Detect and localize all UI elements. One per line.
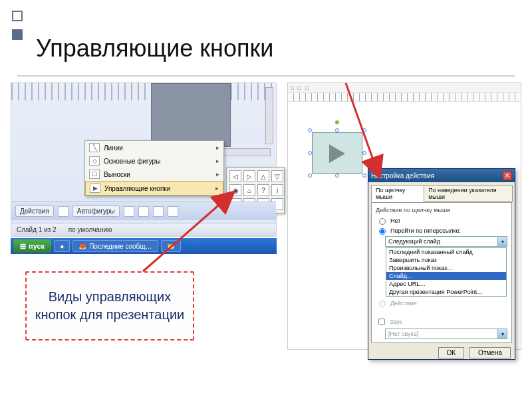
resize-handle[interactable] (335, 174, 339, 178)
app-icon: ● (60, 243, 64, 250)
autoshapes-menu-button[interactable]: Автофигуры (72, 205, 120, 217)
callouts-icon: ☐ (89, 170, 100, 179)
resize-handle[interactable] (362, 174, 366, 178)
status-bar: Слайд 1 из 2 по умолчанию (11, 223, 276, 236)
action-btn-cell[interactable]: ▽ (271, 170, 283, 182)
scrollbar-vertical[interactable] (265, 87, 273, 144)
radio-action: Действие: (376, 299, 507, 307)
screenshot-left: ╲ Линии ▸ ◇ Основные фигуры ▸ ☐ Выноски … (11, 82, 277, 237)
chevron-right-icon: ▸ (216, 171, 219, 178)
resize-handle[interactable] (308, 174, 312, 178)
dropdown-value: Следующий слайд (388, 238, 440, 245)
folder-icon: 📁 (167, 243, 175, 250)
dropdown-toggle-icon[interactable]: ▾ (497, 237, 507, 246)
chevron-right-icon: ▸ (215, 185, 219, 192)
menu-item-basic-shapes[interactable]: ◇ Основные фигуры ▸ (85, 154, 223, 168)
menu-item-label: Управляющие кнопки (104, 185, 170, 192)
rotate-handle[interactable] (335, 120, 339, 124)
play-icon (329, 144, 345, 163)
line-tool-icon[interactable] (124, 206, 134, 217)
lines-icon: ╲ (89, 143, 100, 152)
firefox-icon: 🦊 (78, 243, 86, 250)
bullet-square (12, 11, 23, 21)
dialog-body: Действие по щелчку мыши Нет Перейти по г… (371, 202, 512, 343)
radio-input[interactable] (379, 228, 386, 235)
callout-text: Виды управляющих кнопок для презентации (32, 288, 188, 324)
dropdown-option[interactable]: Другая презентация PowerPoint… (386, 288, 506, 296)
resize-handle[interactable] (308, 151, 312, 155)
radio-none[interactable]: Нет (376, 216, 507, 225)
checkbox-input[interactable] (378, 319, 385, 325)
chevron-right-icon: ▸ (216, 144, 219, 151)
action-settings-dialog: Настройка действия ✕ По щелчку мыши По н… (368, 168, 515, 360)
action-btn-cell[interactable]: ? (257, 184, 269, 196)
resize-handle[interactable] (362, 128, 366, 132)
chevron-right-icon: ▸ (216, 158, 219, 164)
slide-counter: Слайд 1 из 2 (17, 226, 57, 233)
dialog-button-row: ОК Отмена (368, 343, 515, 362)
menu-item-label: Выноски (104, 171, 130, 178)
dropdown-option[interactable]: Произвольный показ… (386, 264, 506, 272)
actions-menu-button[interactable]: Действия (15, 205, 54, 217)
taskbar-app-2[interactable]: 🦊 Последние сообщ… (72, 240, 158, 252)
oval-tool-icon[interactable] (168, 206, 178, 217)
dropdown-option-selected[interactable]: Слайд… (386, 272, 506, 280)
checkbox-sound[interactable]: Звук (376, 317, 507, 327)
close-button[interactable]: ✕ (503, 171, 512, 180)
title-divider (17, 75, 515, 76)
annotation-callout: Виды управляющих кнопок для презентации (25, 271, 194, 340)
radio-hyperlink[interactable]: Перейти по гиперссылке: (376, 226, 507, 235)
action-btn-cell[interactable]: ▷ (243, 170, 255, 182)
dialog-titlebar[interactable]: Настройка действия ✕ (368, 169, 515, 182)
resize-handle[interactable] (308, 128, 312, 132)
tab-on-click[interactable]: По щелчку мыши (371, 185, 424, 202)
shapes-icon: ◇ (89, 156, 100, 166)
radio-input (379, 301, 386, 307)
dropdown-option[interactable]: Последний показанный слайд (386, 248, 506, 256)
resize-handle[interactable] (335, 128, 339, 132)
taskbar-app-1[interactable]: ● (54, 240, 70, 252)
checkbox-label: Звук (390, 319, 402, 325)
tab-on-hover[interactable]: По наведении указателя мыши (424, 185, 513, 202)
screenshot-right: □□□ Настройка действия ✕ По щелчку мыши … (287, 82, 521, 350)
dropdown-option[interactable]: Завершить показ (386, 256, 506, 264)
slide-bullet-column (12, 11, 23, 40)
action-btn-cell[interactable]: ⌂ (243, 184, 255, 196)
hyperlink-target-dropdown[interactable]: Следующий слайд ▾ Последний показанный с… (385, 236, 507, 247)
action-btn-cell[interactable]: ◁ (229, 170, 241, 182)
radio-input[interactable] (379, 218, 386, 225)
ruler (11, 83, 276, 100)
dropdown-list: Последний показанный слайд Завершить пок… (386, 247, 507, 297)
windows-logo-icon: ⊞ (20, 242, 26, 251)
arrow-tool-icon[interactable] (138, 206, 149, 217)
ok-button[interactable]: ОК (438, 347, 465, 358)
taskbar-label: Последние сообщ… (89, 243, 152, 250)
sound-dropdown: [Нет звука] ▾ (385, 329, 507, 339)
bullet-square-filled (12, 29, 23, 40)
drawing-toolbar: Действия Автофигуры (11, 201, 276, 220)
menu-item-callouts[interactable]: ☐ Выноски ▸ (85, 168, 223, 181)
dialog-tabs: По щелчку мыши По наведении указателя мы… (371, 185, 512, 202)
action-btn-cell[interactable]: △ (257, 170, 269, 182)
thumbnail-strip: □□□ (288, 83, 521, 92)
dropdown-option[interactable]: Адрес URL… (386, 280, 506, 288)
taskbar-app-3[interactable]: 📁 (161, 240, 181, 252)
rect-tool-icon[interactable] (153, 206, 164, 217)
slide-canvas: Настройка действия ✕ По щелчку мыши По н… (288, 102, 521, 349)
radio-label: Действие: (390, 300, 418, 307)
menu-item-label: Основные фигуры (104, 158, 160, 165)
radio-label: Перейти по гиперссылке: (390, 227, 461, 234)
start-button[interactable]: ⊞ пуск (13, 239, 51, 253)
selected-action-button-shape[interactable] (307, 127, 368, 179)
action-btn-cell[interactable]: i (271, 184, 283, 196)
autoshapes-submenu: ╲ Линии ▸ ◇ Основные фигуры ▸ ☐ Выноски … (84, 140, 224, 196)
menu-item-lines[interactable]: ╲ Линии ▸ (85, 141, 223, 154)
ruler-horizontal (288, 92, 521, 102)
action-btn-cell[interactable]: ◉ (229, 184, 241, 196)
pointer-icon[interactable] (58, 206, 68, 217)
menu-item-action-buttons[interactable]: ▶ Управляющие кнопки ▸ (85, 181, 223, 196)
cancel-button[interactable]: Отмена (469, 347, 511, 358)
resize-handle[interactable] (362, 151, 366, 155)
slide-title: Управляющие кнопки (36, 35, 273, 63)
radio-label: Нет (390, 217, 400, 224)
